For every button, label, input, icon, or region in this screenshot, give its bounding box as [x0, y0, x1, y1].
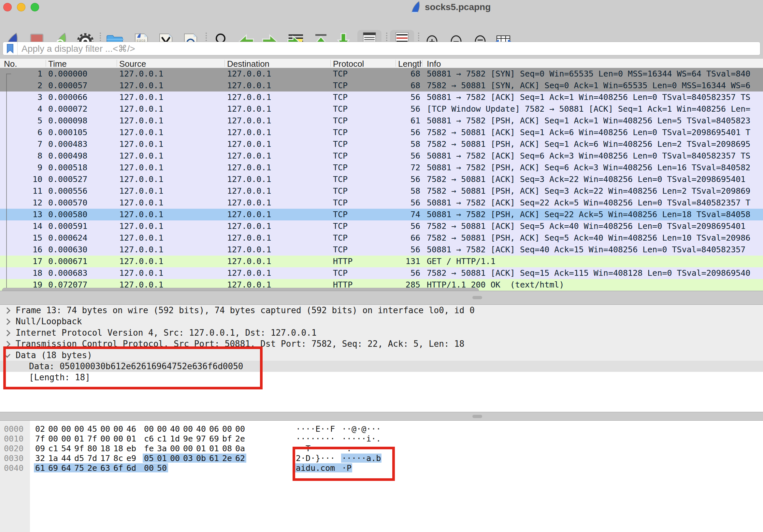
packet-row-5[interactable]: 50.000098127.0.0.1127.0.0.1TCP6150881 → … [0, 115, 763, 127]
packet-row-4[interactable]: 40.000072127.0.0.1127.0.0.1TCP56[TCP Win… [0, 103, 763, 115]
cell-src: 127.0.0.1 [119, 104, 224, 114]
cell-time: 0.000580 [48, 210, 113, 219]
chevron-right-icon[interactable] [4, 308, 10, 314]
splitter-grip[interactable] [473, 415, 482, 418]
cell-dst: 127.0.0.1 [227, 233, 330, 242]
hex-byte: 00 [183, 444, 193, 453]
hex-row-0020[interactable]: 002009c1549f801818ebfe3a00000101080a··T·… [0, 443, 763, 453]
hex-row-0010[interactable]: 00107f0000017f000001c6c11d9e9769bf2e····… [0, 434, 763, 443]
cell-time: 0.000066 [48, 92, 113, 102]
hex-byte: 00 [61, 424, 72, 434]
detail-row[interactable]: Data (18 bytes) [0, 350, 763, 361]
cell-time: 0.000671 [48, 257, 113, 266]
packet-row-9[interactable]: 90.000518127.0.0.1127.0.0.1TCP7250881 → … [0, 162, 763, 174]
column-header-protocol[interactable]: Protocol [333, 59, 391, 69]
hex-byte: 17 [100, 454, 111, 463]
packet-row-10[interactable]: 100.000527127.0.0.1127.0.0.1TCP567582 → … [0, 174, 763, 185]
cell-dst: 127.0.0.1 [227, 186, 330, 196]
detail-text: Transmission Control Protocol, Src Port:… [16, 339, 465, 349]
packet-row-6[interactable]: 60.000105127.0.0.1127.0.0.1TCP567582 → 5… [0, 127, 763, 138]
packet-row-13[interactable]: 130.000580127.0.0.1127.0.0.1TCP7450881 →… [0, 209, 763, 221]
cell-src: 127.0.0.1 [119, 139, 224, 149]
details-bytes-splitter[interactable] [0, 412, 763, 421]
hex-byte: 00 [48, 424, 58, 434]
hex-byte: 01 [209, 444, 220, 453]
wireshark-window: socks5.pcapng 010100110101110 [0, 0, 763, 532]
hex-byte: 61 [209, 454, 220, 463]
hex-byte: 01 [196, 444, 207, 453]
column-header-time[interactable]: Time [48, 59, 113, 69]
hex-offset: 0020 [4, 444, 24, 453]
cell-info: 7582 → 50881 [ACK] Seq=3 Ack=22 Win=4082… [427, 175, 763, 184]
detail-row[interactable]: Frame 13: 74 bytes on wire (592 bits), 7… [0, 305, 763, 316]
cell-src: 127.0.0.1 [119, 245, 224, 254]
main-toolbar: 010100110101110 [0, 14, 763, 42]
packet-row-7[interactable]: 70.000483127.0.0.1127.0.0.1TCP587582 → 5… [0, 138, 763, 150]
packet-row-3[interactable]: 30.000066127.0.0.1127.0.0.1TCP5650881 → … [0, 91, 763, 103]
detail-text: Data: 050100030b612e62616964752e636f6d00… [29, 361, 243, 371]
packet-row-2[interactable]: 20.000057127.0.0.1127.0.0.1TCP687582 → 5… [0, 80, 763, 91]
detail-row[interactable]: Internet Protocol Version 4, Src: 127.0.… [0, 327, 763, 338]
list-details-splitter[interactable] [0, 291, 763, 305]
hex-byte: 02 [35, 424, 46, 434]
packet-row-1[interactable]: 10.000000127.0.0.1127.0.0.1TCP6850881 → … [0, 68, 763, 80]
cell-dst: 127.0.0.1 [227, 268, 330, 278]
packet-row-15[interactable]: 150.000624127.0.0.1127.0.0.1TCP667582 → … [0, 232, 763, 244]
hex-byte: c1 [157, 434, 167, 443]
cell-info: 50881 → 7582 [ACK] Seq=22 Ack=5 Win=4082… [427, 198, 763, 208]
hex-row-0030[interactable]: 0030321a44d57d178ce9050100030b612e622·D·… [0, 453, 763, 463]
cell-len: 66 [375, 233, 420, 242]
cell-time: 0.000098 [48, 116, 113, 125]
packet-row-17[interactable]: 170.000671127.0.0.1127.0.0.1HTTP131GET /… [0, 256, 763, 267]
packet-row-12[interactable]: 120.000570127.0.0.1127.0.0.1TCP5650881 →… [0, 197, 763, 209]
cell-time: 0.000072 [48, 104, 113, 114]
column-header-source[interactable]: Source [119, 59, 224, 69]
chevron-right-icon[interactable] [4, 330, 10, 336]
chevron-right-icon[interactable] [4, 341, 10, 347]
packet-row-11[interactable]: 110.000556127.0.0.1127.0.0.1TCP587582 → … [0, 185, 763, 197]
detail-row[interactable]: Transmission Control Protocol, Src Port:… [0, 338, 763, 349]
hex-byte: d5 [74, 454, 85, 463]
packet-row-14[interactable]: 140.000591127.0.0.1127.0.0.1TCP567582 → … [0, 221, 763, 232]
hex-byte: 6d [126, 463, 137, 473]
hex-row-0040[interactable]: 0040616964752e636f6d0050aidu.com·P [0, 463, 763, 473]
hex-row-0000[interactable]: 000002000000450000460000400040060000····… [0, 424, 763, 434]
packet-row-8[interactable]: 80.000498127.0.0.1127.0.0.1TCP5650881 → … [0, 150, 763, 162]
detail-row[interactable]: Null/Loopback [0, 316, 763, 327]
column-header-info[interactable]: Info [427, 59, 557, 69]
cell-len: 56 [375, 151, 420, 160]
zoom-window-button[interactable] [31, 3, 39, 11]
cell-dst: 127.0.0.1 [227, 222, 330, 231]
display-filter-input[interactable]: Apply a display filter ...<⌘/> [3, 42, 760, 55]
cell-src: 127.0.0.1 [119, 222, 224, 231]
packet-row-18[interactable]: 180.000683127.0.0.1127.0.0.1TCP567582 → … [0, 267, 763, 279]
chevron-down-icon[interactable] [4, 351, 10, 358]
filter-bookmark-icon[interactable] [3, 42, 18, 55]
splitter-grip[interactable] [473, 296, 482, 299]
cell-src: 127.0.0.1 [119, 186, 224, 196]
hex-offset: 0030 [4, 454, 24, 463]
chevron-right-icon[interactable] [4, 318, 10, 325]
hex-byte: 40 [170, 424, 180, 434]
cell-info: 7582 → 50881 [ACK] Seq=15 Ack=115 Win=40… [427, 268, 763, 278]
hex-byte: fe [144, 444, 155, 453]
minimize-window-button[interactable] [17, 3, 25, 11]
hex-byte: 00 [48, 434, 58, 443]
cell-time: 0.000591 [48, 222, 113, 231]
cell-info: [TCP Window Update] 7582 → 50881 [ACK] S… [427, 104, 763, 114]
cell-dst: 127.0.0.1 [227, 151, 330, 160]
detail-row-selected[interactable]: Data: 050100030b612e62616964752e636f6d00… [0, 361, 763, 372]
cell-len: 56 [375, 128, 420, 137]
detail-row[interactable]: [Length: 18] [0, 372, 763, 383]
close-window-button[interactable] [3, 3, 12, 11]
cell-src: 127.0.0.1 [119, 128, 224, 137]
horizontal-scrollbar-thumb[interactable] [2, 288, 479, 291]
column-header-length[interactable]: Length [398, 59, 422, 69]
cell-time: 0.000630 [48, 245, 113, 254]
hex-byte: 01 [126, 434, 137, 443]
conversation-tick [6, 74, 11, 74]
column-header-no[interactable]: No. [4, 59, 43, 69]
packet-row-16[interactable]: 160.000630127.0.0.1127.0.0.1TCP5650881 →… [0, 244, 763, 256]
column-header-destination[interactable]: Destination [227, 59, 330, 69]
hex-byte: 00 [157, 424, 167, 434]
